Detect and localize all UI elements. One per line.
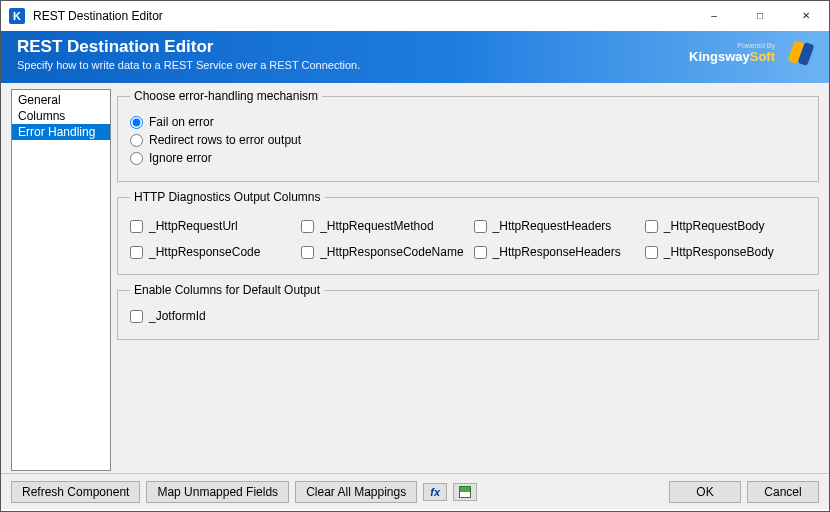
brand-logo-mark [787,39,815,67]
maximize-button[interactable]: □ [737,1,783,31]
check-jotform-id-label: _JotformId [149,309,206,323]
check-http-request-method-label: _HttpRequestMethod [320,219,433,233]
http-diag-group: HTTP Diagnostics Output Columns _HttpReq… [117,190,819,275]
content-area: General Columns Error Handling Choose er… [1,83,829,473]
check-http-request-headers[interactable]: _HttpRequestHeaders [474,219,635,233]
check-http-response-code-label: _HttpResponseCode [149,245,260,259]
column-mapping-button[interactable] [453,483,477,501]
check-jotform-id-input[interactable] [130,310,143,323]
map-unmapped-fields-button[interactable]: Map Unmapped Fields [146,481,289,503]
check-http-response-body-label: _HttpResponseBody [664,245,774,259]
check-http-response-code[interactable]: _HttpResponseCode [130,245,291,259]
banner-logos: Powered By KingswaySoft [689,39,815,67]
check-http-response-code-input[interactable] [130,246,143,259]
close-button[interactable]: ✕ [783,1,829,31]
check-http-request-url[interactable]: _HttpRequestUrl [130,219,291,233]
check-http-request-headers-label: _HttpRequestHeaders [493,219,612,233]
banner: REST Destination Editor Specify how to w… [1,31,829,83]
powered-by-label: Powered By [689,42,775,49]
radio-redirect-rows[interactable]: Redirect rows to error output [130,133,806,147]
default-output-group: Enable Columns for Default Output _Jotfo… [117,283,819,340]
check-http-request-url-label: _HttpRequestUrl [149,219,238,233]
app-icon: K [9,8,25,24]
check-http-request-url-input[interactable] [130,220,143,233]
radio-fail-on-error-input[interactable] [130,116,143,129]
check-http-response-code-name-input[interactable] [301,246,314,259]
error-handling-legend: Choose error-handling mechanism [130,89,322,103]
radio-fail-on-error[interactable]: Fail on error [130,115,806,129]
minimize-button[interactable]: – [691,1,737,31]
window-title: REST Destination Editor [33,9,691,23]
cancel-button[interactable]: Cancel [747,481,819,503]
check-http-request-method[interactable]: _HttpRequestMethod [301,219,463,233]
brand-logo-text: Powered By KingswaySoft [689,42,775,64]
radio-ignore-error-input[interactable] [130,152,143,165]
check-http-request-headers-input[interactable] [474,220,487,233]
fx-icon: fx [430,486,440,498]
sidebar-item-columns[interactable]: Columns [12,108,110,124]
check-http-response-code-name[interactable]: _HttpResponseCodeName [301,245,463,259]
sidebar: General Columns Error Handling [11,89,111,471]
check-http-response-headers[interactable]: _HttpResponseHeaders [474,245,635,259]
radio-redirect-rows-label: Redirect rows to error output [149,133,301,147]
radio-ignore-error[interactable]: Ignore error [130,151,806,165]
radio-redirect-rows-input[interactable] [130,134,143,147]
check-http-response-headers-input[interactable] [474,246,487,259]
main-panel: Choose error-handling mechanism Fail on … [117,89,819,471]
sidebar-item-general[interactable]: General [12,92,110,108]
check-jotform-id[interactable]: _JotformId [130,309,806,323]
check-http-response-headers-label: _HttpResponseHeaders [493,245,621,259]
check-http-request-body-label: _HttpRequestBody [664,219,765,233]
http-diag-legend: HTTP Diagnostics Output Columns [130,190,325,204]
footer: Refresh Component Map Unmapped Fields Cl… [1,473,829,509]
default-output-legend: Enable Columns for Default Output [130,283,324,297]
radio-ignore-error-label: Ignore error [149,151,212,165]
titlebar: K REST Destination Editor – □ ✕ [1,1,829,31]
refresh-component-button[interactable]: Refresh Component [11,481,140,503]
clear-all-mappings-button[interactable]: Clear All Mappings [295,481,417,503]
check-http-response-body[interactable]: _HttpResponseBody [645,245,806,259]
check-http-request-method-input[interactable] [301,220,314,233]
error-handling-group: Choose error-handling mechanism Fail on … [117,89,819,182]
sidebar-item-error-handling[interactable]: Error Handling [12,124,110,140]
http-diag-grid: _HttpRequestUrl _HttpRequestMethod _Http… [130,216,806,262]
check-http-request-body-input[interactable] [645,220,658,233]
ok-button[interactable]: OK [669,481,741,503]
check-http-response-code-name-label: _HttpResponseCodeName [320,245,463,259]
check-http-request-body[interactable]: _HttpRequestBody [645,219,806,233]
table-icon [459,486,471,498]
radio-fail-on-error-label: Fail on error [149,115,214,129]
expression-editor-button[interactable]: fx [423,483,447,501]
window-buttons: – □ ✕ [691,1,829,31]
check-http-response-body-input[interactable] [645,246,658,259]
